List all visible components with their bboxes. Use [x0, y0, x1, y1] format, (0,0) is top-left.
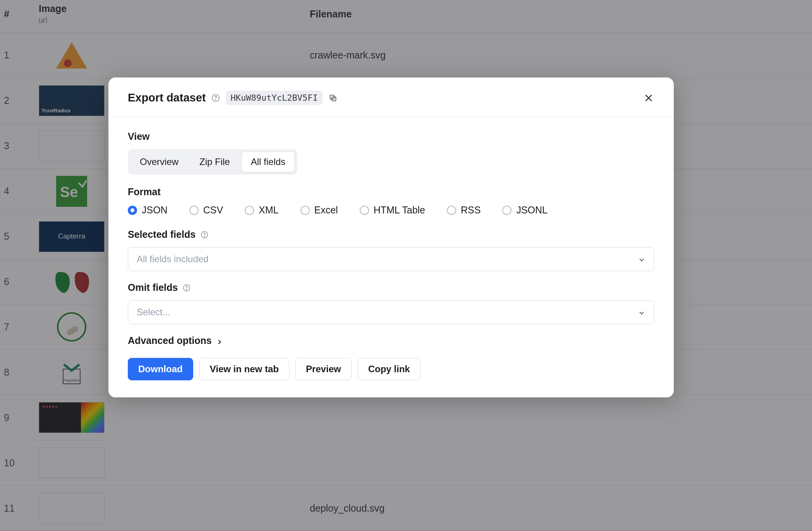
tab-overview[interactable]: Overview [130, 151, 188, 172]
radio-label: JSON [142, 204, 168, 216]
help-icon[interactable] [200, 230, 209, 239]
export-dataset-modal: Export dataset HKuW89utYcL2BV5FI View Ov… [108, 77, 674, 397]
radio-label: Excel [314, 204, 338, 216]
view-label: View [128, 131, 654, 142]
advanced-options-label: Advanced options [128, 335, 212, 346]
modal-body: View Overview Zip File All fields Format… [108, 117, 674, 397]
action-buttons: Download View in new tab Preview Copy li… [128, 358, 654, 380]
radio-xml[interactable]: XML [245, 204, 278, 216]
radio-html-table[interactable]: HTML Table [360, 204, 425, 216]
selected-fields-select[interactable]: All fields included [128, 247, 654, 271]
modal-title: Export dataset [128, 91, 206, 104]
help-icon[interactable] [182, 284, 191, 292]
radio-icon [189, 206, 199, 215]
chevron-down-icon [638, 308, 645, 316]
format-radio-group: JSON CSV XML Excel HTML Table RSS JSONL [128, 204, 654, 216]
radio-rss[interactable]: RSS [447, 204, 481, 216]
format-label: Format [128, 186, 654, 198]
radio-csv[interactable]: CSV [189, 204, 223, 216]
select-placeholder: All fields included [137, 254, 208, 265]
dataset-id-badge: HKuW89utYcL2BV5FI [226, 91, 322, 105]
omit-fields-select[interactable]: Select... [128, 300, 654, 324]
radio-label: JSONL [516, 204, 548, 216]
chevron-down-icon [638, 255, 645, 263]
radio-label: XML [259, 204, 278, 216]
radio-json[interactable]: JSON [128, 204, 168, 216]
radio-label: RSS [461, 204, 481, 216]
view-new-tab-button[interactable]: View in new tab [199, 358, 289, 380]
svg-point-8 [216, 99, 216, 100]
radio-icon [502, 206, 512, 215]
radio-icon [360, 206, 369, 215]
download-button[interactable]: Download [128, 358, 193, 380]
svg-point-14 [187, 289, 187, 289]
tab-all-fields[interactable]: All fields [241, 151, 295, 172]
copy-icon[interactable] [329, 94, 337, 102]
chevron-right-icon [216, 337, 223, 345]
view-segmented-control: Overview Zip File All fields [128, 149, 297, 175]
selected-fields-label-text: Selected fields [128, 229, 196, 240]
radio-label: HTML Table [374, 204, 425, 216]
radio-icon [300, 206, 310, 215]
radio-label: CSV [203, 204, 223, 216]
select-placeholder: Select... [137, 307, 170, 318]
radio-icon [128, 206, 137, 215]
help-icon[interactable] [211, 93, 220, 103]
selected-fields-label: Selected fields [128, 229, 654, 240]
radio-icon [447, 206, 456, 215]
modal-header: Export dataset HKuW89utYcL2BV5FI [108, 77, 674, 117]
svg-point-12 [204, 236, 204, 236]
copy-link-button[interactable]: Copy link [358, 358, 421, 380]
omit-fields-label: Omit fields [128, 282, 654, 293]
omit-fields-label-text: Omit fields [128, 282, 178, 293]
tab-zip-file[interactable]: Zip File [190, 151, 240, 172]
close-button[interactable] [643, 92, 654, 104]
advanced-options-toggle[interactable]: Advanced options [128, 335, 223, 346]
radio-icon [245, 206, 254, 215]
radio-jsonl[interactable]: JSONL [502, 204, 548, 216]
preview-button[interactable]: Preview [295, 358, 352, 380]
radio-excel[interactable]: Excel [300, 204, 338, 216]
